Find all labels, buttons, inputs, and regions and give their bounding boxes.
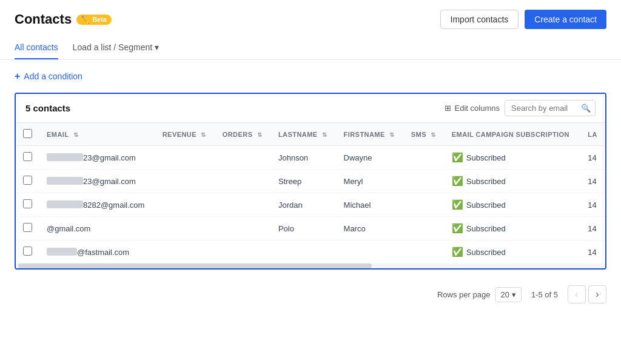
add-condition-button[interactable]: + Add a condition: [15, 71, 82, 82]
row-sms: [404, 193, 445, 217]
row-last: 14: [580, 170, 605, 193]
columns-icon: ⊞: [445, 104, 451, 113]
table-row[interactable]: ████████8282@gmail.comJordanMichael✅Subs…: [16, 193, 605, 217]
row-checkbox[interactable]: [23, 223, 32, 232]
col-lastname[interactable]: LASTNAME ⇅: [271, 123, 337, 146]
page-nav: ‹ ›: [568, 285, 606, 303]
row-checkbox-cell[interactable]: [16, 146, 39, 170]
row-firstname: [337, 240, 404, 264]
beta-badge: ✏️ Beta: [76, 15, 112, 25]
tab-all-contacts[interactable]: All contacts: [15, 36, 58, 59]
next-page-button[interactable]: ›: [588, 285, 606, 303]
row-revenue: [155, 146, 215, 170]
select-all-header[interactable]: [16, 123, 39, 146]
toolbar-right: ⊞ Edit columns 🔍: [445, 100, 596, 116]
sort-revenue-icon: ⇅: [201, 131, 206, 138]
row-checkbox[interactable]: [23, 247, 32, 256]
row-orders: [215, 146, 271, 170]
check-circle-icon: ✅: [452, 247, 463, 257]
tab-load-list[interactable]: Load a list / Segment ▾: [73, 36, 159, 59]
row-checkbox[interactable]: [23, 152, 32, 161]
subscription-badge: ✅Subscribed: [452, 152, 506, 163]
contacts-table-container: 5 contacts ⊞ Edit columns 🔍 EMAIL: [15, 93, 606, 270]
plus-icon: +: [15, 71, 20, 82]
row-firstname: Meryl: [337, 170, 404, 193]
rows-per-page-control: Rows per page 20 ▾: [437, 287, 522, 302]
pencil-icon: ✏️: [81, 16, 90, 24]
sort-lastname-icon: ⇅: [322, 131, 327, 138]
col-revenue[interactable]: REVENUE ⇅: [155, 123, 215, 146]
table-row[interactable]: ████████23@gmail.comStreepMeryl✅Subscrib…: [16, 170, 605, 193]
check-circle-icon: ✅: [452, 152, 463, 163]
col-sms[interactable]: SMS ⇅: [404, 123, 445, 146]
row-firstname: Marco: [337, 217, 404, 240]
row-revenue: [155, 240, 215, 264]
subscription-label: Subscribed: [466, 248, 506, 257]
row-lastname: Streep: [271, 170, 337, 193]
col-email-campaign[interactable]: EMAIL CAMPAIGN SUBSCRIPTION: [445, 123, 581, 146]
table-row[interactable]: ████████23@gmail.comJohnsonDwayne✅Subscr…: [16, 146, 605, 170]
row-sms: [404, 240, 445, 264]
row-checkbox-cell[interactable]: [16, 170, 39, 193]
edit-columns-button[interactable]: ⊞ Edit columns: [445, 104, 500, 113]
row-checkbox-cell[interactable]: [16, 217, 39, 240]
row-checkbox-cell[interactable]: [16, 193, 39, 217]
search-wrapper: 🔍: [505, 100, 596, 116]
row-orders: [215, 193, 271, 217]
check-circle-icon: ✅: [452, 223, 463, 234]
import-contacts-button[interactable]: Import contacts: [440, 10, 519, 29]
row-lastname: Johnson: [271, 146, 337, 170]
rows-per-page-value: 20: [500, 290, 509, 299]
row-subscription: ✅Subscribed: [445, 170, 581, 193]
row-checkbox[interactable]: [23, 176, 32, 185]
col-last[interactable]: LA: [580, 123, 605, 146]
row-orders: [215, 170, 271, 193]
row-revenue: [155, 170, 215, 193]
table-row[interactable]: ████████@fastmail.com✅Subscribed14: [16, 240, 605, 264]
sort-email-icon: ⇅: [73, 131, 78, 138]
row-last: 14: [580, 240, 605, 264]
col-firstname[interactable]: FIRSTNAME ⇅: [337, 123, 404, 146]
chevron-down-icon: ▾: [512, 290, 516, 299]
subscription-badge: ✅Subscribed: [452, 176, 506, 187]
row-checkbox[interactable]: [23, 199, 32, 208]
sort-orders-icon: ⇅: [257, 131, 262, 138]
row-email: ████████@fastmail.com: [39, 240, 155, 264]
col-orders[interactable]: ORDERS ⇅: [215, 123, 271, 146]
row-email: ████████23@gmail.com: [39, 170, 155, 193]
row-lastname: Polo: [271, 217, 337, 240]
table-body: ████████23@gmail.comJohnsonDwayne✅Subscr…: [16, 146, 605, 264]
page-info: 1-5 of 5: [531, 290, 558, 299]
rows-per-page-select[interactable]: 20 ▾: [495, 287, 521, 302]
horizontal-scrollbar[interactable]: [16, 263, 605, 268]
check-circle-icon: ✅: [452, 176, 463, 187]
row-subscription: ✅Subscribed: [445, 193, 581, 217]
row-revenue: [155, 217, 215, 240]
check-circle-icon: ✅: [452, 199, 463, 210]
row-lastname: Jordan: [271, 193, 337, 217]
page-header: Contacts ✏️ Beta Import contacts Create …: [0, 0, 621, 29]
table-scroll-area[interactable]: EMAIL ⇅ REVENUE ⇅ ORDERS ⇅ LASTNAME ⇅: [16, 123, 605, 268]
search-icon: 🔍: [581, 104, 591, 113]
scrollbar-thumb[interactable]: [18, 263, 372, 268]
row-sms: [404, 170, 445, 193]
col-email[interactable]: EMAIL ⇅: [39, 123, 155, 146]
subscription-badge: ✅Subscribed: [452, 223, 506, 234]
row-lastname: [271, 240, 337, 264]
row-email: @gmail.com: [39, 217, 155, 240]
prev-page-button[interactable]: ‹: [568, 285, 586, 303]
table-row[interactable]: @gmail.comPoloMarco✅Subscribed14: [16, 217, 605, 240]
row-last: 14: [580, 193, 605, 217]
row-checkbox-cell[interactable]: [16, 240, 39, 264]
row-orders: [215, 240, 271, 264]
table-header-row: EMAIL ⇅ REVENUE ⇅ ORDERS ⇅ LASTNAME ⇅: [16, 123, 605, 146]
row-subscription: ✅Subscribed: [445, 146, 581, 170]
subscription-label: Subscribed: [466, 200, 506, 210]
row-sms: [404, 146, 445, 170]
header-left: Contacts ✏️ Beta: [15, 12, 112, 27]
select-all-checkbox[interactable]: [23, 129, 32, 138]
subscription-label: Subscribed: [466, 224, 506, 233]
row-subscription: ✅Subscribed: [445, 217, 581, 240]
subscription-label: Subscribed: [466, 177, 506, 186]
create-contact-button[interactable]: Create a contact: [525, 10, 606, 29]
